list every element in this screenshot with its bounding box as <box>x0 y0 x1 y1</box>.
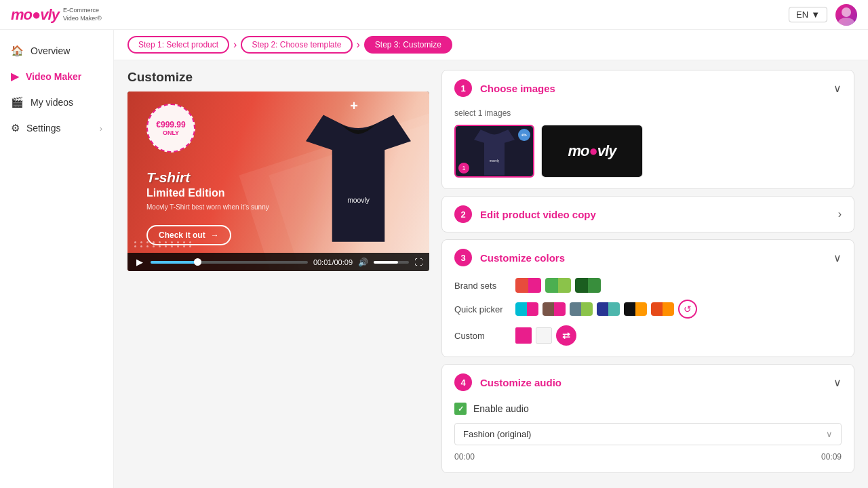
only-text: ONLY <box>163 129 179 136</box>
swap-colors-button[interactable]: ⇄ <box>556 325 576 346</box>
svg-point-1 <box>838 18 854 26</box>
volume-bar[interactable] <box>374 261 409 264</box>
audio-select-chevron-icon: ∨ <box>826 429 833 439</box>
section-4-number: 4 <box>454 373 472 391</box>
section-copy-title: Edit product video copy <box>480 209 838 220</box>
svg-text:moovly: moovly <box>347 197 370 204</box>
audio-checkbox[interactable]: ✓ <box>454 403 467 415</box>
brand-set-2[interactable] <box>545 278 571 293</box>
section-images-header[interactable]: 1 Choose images ∨ <box>442 70 854 106</box>
section-audio-chevron-icon: ∨ <box>833 376 842 389</box>
step-1[interactable]: Step 1: Select product <box>127 36 229 54</box>
video-icon: ▶ <box>11 70 19 83</box>
audio-body: ✓ Enable audio Fashion (original) ∨ 00:0… <box>442 400 854 472</box>
audio-time-end: 00:09 <box>821 452 842 462</box>
section-copy: 2 Edit product video copy › <box>441 196 854 232</box>
audio-track-name: Fashion (original) <box>463 429 531 439</box>
custom-label: Custom <box>454 331 515 341</box>
section-1-number: 1 <box>454 79 472 97</box>
section-audio-title: Customize audio <box>480 377 833 388</box>
section-colors-chevron-icon: ∨ <box>833 251 842 264</box>
quick-pick-3[interactable] <box>570 302 593 316</box>
fullscreen-button[interactable]: ⛶ <box>414 258 422 267</box>
video-subtitle: Limited Edition <box>146 187 269 199</box>
audio-time-start: 00:00 <box>454 452 475 462</box>
reset-colors-button[interactable]: ↺ <box>678 300 697 319</box>
video-tagline: Moovly T-Shirt best worn when it's sunny <box>146 203 269 211</box>
svg-text:moovly: moovly <box>490 159 500 162</box>
custom-color-2[interactable] <box>536 327 552 344</box>
section-images-title: Choose images <box>480 83 833 94</box>
image-thumb-tshirt[interactable]: moovly ✏ 1 <box>454 125 534 178</box>
sidebar-item-video-maker[interactable]: ▶ Video Maker <box>0 64 113 89</box>
section-2-number: 2 <box>454 205 472 223</box>
quick-pick-4[interactable] <box>597 302 620 316</box>
price-badge: €999.99 ONLY <box>146 104 195 152</box>
arrow-right-icon: → <box>211 230 219 240</box>
brand-set-1[interactable] <box>515 278 541 293</box>
quick-pick-6[interactable] <box>651 302 674 316</box>
volume-button[interactable]: 🔊 <box>358 258 368 267</box>
sidebar: 🏠 Overview ▶ Video Maker 🎬 My videos ⚙ S… <box>0 30 114 488</box>
progress-bar[interactable] <box>151 261 308 264</box>
step-2[interactable]: Step 2: Choose template <box>241 36 352 54</box>
home-icon: 🏠 <box>11 45 24 57</box>
image-thumb-moovly[interactable]: mo●vly <box>541 125 643 178</box>
lang-chevron-icon: ▼ <box>811 9 820 20</box>
custom-color-1[interactable] <box>515 327 532 344</box>
section-colors-title: Customize colors <box>480 252 833 264</box>
section-copy-header[interactable]: 2 Edit product video copy › <box>442 197 854 232</box>
gear-icon: ⚙ <box>11 122 20 134</box>
video-panel: Customize <box>127 70 429 479</box>
step-arrow-2: › <box>357 39 360 51</box>
plus-icon[interactable]: + <box>350 98 358 114</box>
section-colors: 3 Customize colors ∨ Brand sets <box>441 239 854 357</box>
sidebar-item-settings[interactable]: ⚙ Settings › <box>0 115 113 141</box>
price-text: €999.99 <box>156 120 185 129</box>
thumb-number-badge: 1 <box>458 163 469 174</box>
logo-text: mo●vly <box>11 6 59 24</box>
sections-panel: 1 Choose images ∨ select 1 images <box>441 70 854 479</box>
video-controls: ▶ 00:01/00:09 🔊 ⛶ <box>127 253 429 271</box>
enable-audio-label: Enable audio <box>473 403 529 414</box>
section-images: 1 Choose images ∨ select 1 images <box>441 70 854 189</box>
quick-picker-label: Quick picker <box>454 304 515 314</box>
quick-pick-1[interactable] <box>515 302 538 316</box>
svg-point-0 <box>842 7 851 17</box>
section-audio: 4 Customize audio ∨ ✓ Enable audio <box>441 364 854 473</box>
images-body: select 1 images moovly ✏ <box>442 106 854 188</box>
steps-bar: Step 1: Select product › Step 2: Choose … <box>114 30 868 60</box>
brand-sets-label: Brand sets <box>454 281 515 291</box>
quick-pick-5[interactable] <box>624 302 647 316</box>
quick-pick-2[interactable] <box>542 302 566 316</box>
page-title: Customize <box>127 70 429 85</box>
video-title-italic: T-shirt <box>146 169 269 186</box>
film-icon: 🎬 <box>11 96 24 108</box>
sidebar-item-overview[interactable]: 🏠 Overview <box>0 38 113 64</box>
time-display: 00:01/00:09 <box>313 258 353 266</box>
colors-body: Brand sets <box>442 275 854 357</box>
sidebar-item-my-videos[interactable]: 🎬 My videos <box>0 89 113 115</box>
step-3[interactable]: Step 3: Customize <box>364 36 452 54</box>
section-colors-header[interactable]: 3 Customize colors ∨ <box>442 240 854 275</box>
tshirt-image: moovly <box>300 95 416 258</box>
video-text: T-shirt Limited Edition Moovly T-Shirt b… <box>146 169 269 211</box>
section-audio-header[interactable]: 4 Customize audio ∨ <box>442 365 854 400</box>
brand-set-3[interactable] <box>575 278 601 293</box>
section-copy-chevron-icon: › <box>838 208 842 220</box>
video-player[interactable]: €999.99 ONLY + moovly <box>127 92 429 271</box>
audio-track-select[interactable]: Fashion (original) ∨ <box>454 423 842 445</box>
play-button[interactable]: ▶ <box>134 256 145 268</box>
logo: mo●vly E-Commerce Video Maker® <box>11 6 102 24</box>
section-images-chevron-icon: ∨ <box>833 82 842 95</box>
select-images-label: select 1 images <box>454 108 842 118</box>
chevron-right-icon: › <box>100 123 102 134</box>
section-3-number: 3 <box>454 249 472 266</box>
thumb-edit-badge: ✏ <box>518 129 530 141</box>
avatar[interactable] <box>835 4 857 26</box>
cta-button[interactable]: Check it out → <box>146 225 231 245</box>
logo-subtitle: E-Commerce Video Maker® <box>63 7 102 22</box>
step-arrow-1: › <box>233 39 237 51</box>
lang-selector[interactable]: EN ▼ <box>789 7 827 22</box>
